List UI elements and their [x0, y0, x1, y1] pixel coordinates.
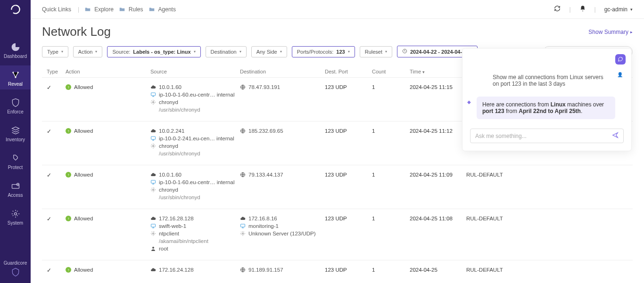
svg-point-8 [153, 102, 154, 103]
separator: | [594, 6, 596, 13]
monitor-icon [240, 223, 246, 229]
svg-rect-3 [12, 185, 19, 188]
clock-icon [402, 49, 407, 55]
gear-icon [150, 99, 156, 105]
destination-cell: 91.189.91.157 [240, 267, 325, 275]
chevron-down-icon: ▾ [95, 49, 97, 54]
type-cell: ✓ [47, 172, 66, 178]
filter-any-side[interactable]: Any Side▾ [251, 46, 287, 57]
col-destination[interactable]: Destination [240, 69, 325, 74]
source-process: chronyd [159, 187, 178, 193]
gear-icon [150, 143, 156, 149]
sidebar-item-label: Protect [8, 165, 23, 170]
quicklink-rules[interactable]: Rules [118, 6, 143, 13]
chip-label: Action [78, 49, 93, 55]
quick-links-label: Quick Links [42, 6, 71, 13]
sidebar-item-system[interactable]: System [0, 204, 31, 228]
sidebar-brand: Guardicore [0, 260, 31, 279]
brand-icon [0, 267, 31, 279]
cloud-icon [150, 172, 156, 178]
action-cell: ↑Allowed [66, 84, 150, 90]
ai-assistant-message: Here are connections from Linux machines… [477, 97, 615, 119]
col-type[interactable]: Type [47, 69, 66, 74]
count-cell: 1 [372, 128, 410, 134]
sidebar-item-reveal[interactable]: Reveal [0, 65, 31, 89]
quicklink-label: Agents [158, 6, 176, 13]
chevron-down-icon: ▾ [239, 49, 241, 54]
allowed-icon: ↑ [66, 84, 71, 90]
globe-icon [240, 267, 246, 273]
monitor-icon [150, 223, 156, 229]
action-cell: ↑Allowed [66, 216, 150, 221]
chip-value: Labels - os_type: Linux [133, 49, 190, 55]
source-path: /usr/sbin/chronyd [159, 194, 200, 200]
gear-icon [240, 231, 246, 236]
show-summary-button[interactable]: Show Summary ▸ [588, 29, 633, 35]
source-path: /akamai/bin/ntpclient [159, 238, 208, 244]
table-row[interactable]: ✓ ↑Allowed 172.16.28.128swift-web-1ntpcl… [42, 209, 633, 260]
filter-destination[interactable]: Destination▾ [206, 46, 247, 57]
refresh-icon[interactable] [554, 5, 561, 13]
chevron-down-icon: ▾ [61, 49, 63, 54]
brand-label: Guardicore [4, 260, 27, 266]
source-cell: 10.0.1.60ip-10-0-1-60.eu-centr… internal… [150, 172, 240, 202]
ai-text-bold: port 123 [482, 108, 504, 114]
send-icon[interactable] [612, 132, 619, 140]
sidebar-item-label: Access [8, 193, 23, 198]
new-chat-button[interactable] [615, 54, 626, 65]
ai-text: machines over [566, 101, 604, 108]
destination-cell: 79.133.44.137 [240, 172, 325, 179]
filter-action[interactable]: Action▾ [73, 46, 103, 57]
topbar: Quick Links | Explore Rules Agents | | g… [31, 0, 644, 19]
sidebar-nav: Dashboard Reveal Enforce Inventory Prote… [0, 38, 31, 228]
allowed-icon: ↑ [66, 172, 71, 178]
action-label: Allowed [74, 172, 93, 178]
count-cell: 1 [372, 267, 410, 273]
monitor-icon [150, 179, 156, 185]
dest-port-cell: 123 UDP [325, 128, 372, 134]
folder-icon [84, 6, 91, 13]
source-host: ip-10-0-1-60.eu-centr… internal [159, 92, 234, 97]
dest-ip: 185.232.69.65 [248, 128, 283, 134]
action-cell: ↑Allowed [66, 267, 150, 273]
col-action[interactable]: Action [66, 69, 150, 74]
destination-cell: 172.16.8.16monitoring-1Unknown Server (1… [240, 216, 325, 238]
chevron-down-icon: ▾ [194, 49, 196, 54]
count-cell: 1 [372, 84, 410, 90]
ruleset-cell: RUL-DEFAULT [466, 216, 546, 221]
col-source[interactable]: Source [150, 69, 240, 74]
dest-ip: 78.47.93.191 [248, 84, 280, 90]
filter-ruleset[interactable]: Ruleset▾ [360, 46, 392, 57]
table-row[interactable]: ✓ ↑Allowed 10.0.1.60ip-10-0-1-60.eu-cent… [42, 165, 633, 209]
sidebar-item-inventory[interactable]: Inventory [0, 121, 31, 145]
destination-cell: 78.47.93.191 [240, 84, 325, 92]
sidebar-item-protect[interactable]: Protect [0, 149, 31, 173]
ai-input[interactable] [475, 133, 608, 139]
destination-cell: 185.232.69.65 [240, 128, 325, 136]
sidebar-item-access[interactable]: Access [0, 177, 31, 201]
action-cell: ↑Allowed [66, 172, 150, 178]
source-host: ip-10-0-2-241.eu-cen… internal [159, 136, 234, 141]
source-cell: 10.0.2.241ip-10-0-2-241.eu-cen… internal… [150, 128, 240, 158]
bell-icon[interactable] [579, 5, 586, 13]
sidebar-item-enforce[interactable]: Enforce [0, 93, 31, 117]
chip-label: Any Side [256, 49, 277, 55]
filter-ports[interactable]: Ports/Protocols:123▾ [292, 46, 355, 57]
source-ip: 10.0.1.60 [159, 172, 182, 178]
sidebar-item-dashboard[interactable]: Dashboard [0, 38, 31, 62]
filter-type[interactable]: Type▾ [42, 46, 68, 57]
gear-icon [150, 187, 156, 193]
source-process: ntpclient [159, 231, 179, 236]
quicklink-agents[interactable]: Agents [148, 6, 176, 13]
col-count[interactable]: Count [372, 69, 410, 74]
filter-source[interactable]: Source:Labels - os_type: Linux▾ [107, 46, 200, 57]
cloud-icon [150, 128, 156, 134]
quicklink-explore[interactable]: Explore [84, 6, 114, 13]
col-time[interactable]: Time [410, 69, 466, 74]
chevron-down-icon: ▾ [280, 49, 282, 54]
user-menu[interactable]: gc-admin ▾ [604, 6, 633, 13]
table-row[interactable]: ✓ ↑Allowed 172.16.24.128 91.189.91.157 1… [42, 260, 633, 281]
col-dest-port[interactable]: Dest. Port [325, 69, 372, 74]
dest-ip: 79.133.44.137 [248, 172, 283, 178]
separator: | [569, 6, 570, 13]
